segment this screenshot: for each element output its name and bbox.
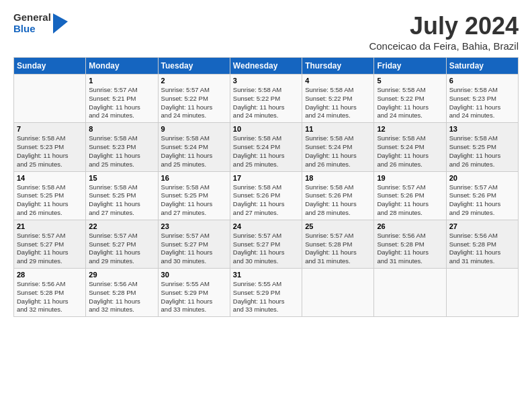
header-day: Saturday — [446, 58, 518, 75]
day-cell: 2Sunrise: 5:57 AM Sunset: 5:22 PM Daylig… — [158, 75, 230, 123]
week-row: 7Sunrise: 5:58 AM Sunset: 5:23 PM Daylig… — [14, 123, 519, 171]
day-number: 27 — [449, 222, 515, 230]
page: General Blue July 2024 Conceicao da Feir… — [0, 0, 532, 411]
title-block: July 2024 Conceicao da Feira, Bahia, Bra… — [369, 12, 519, 52]
day-info: Sunrise: 5:56 AM Sunset: 5:28 PM Dayligh… — [449, 232, 515, 266]
day-number: 11 — [305, 125, 371, 133]
day-number: 15 — [89, 174, 154, 182]
day-number: 6 — [449, 77, 515, 85]
calendar-table: SundayMondayTuesdayWednesdayThursdayFrid… — [13, 57, 519, 317]
header-day: Thursday — [302, 58, 374, 75]
day-number: 21 — [17, 222, 83, 230]
day-number: 4 — [305, 77, 371, 85]
day-info: Sunrise: 5:57 AM Sunset: 5:27 PM Dayligh… — [233, 232, 299, 266]
day-number: 12 — [377, 125, 443, 133]
day-cell: 24Sunrise: 5:57 AM Sunset: 5:27 PM Dayli… — [230, 220, 302, 268]
day-cell: 28Sunrise: 5:56 AM Sunset: 5:28 PM Dayli… — [14, 269, 86, 317]
day-info: Sunrise: 5:58 AM Sunset: 5:24 PM Dayligh… — [377, 134, 443, 169]
day-cell: 22Sunrise: 5:57 AM Sunset: 5:27 PM Dayli… — [86, 220, 158, 268]
header-day: Sunday — [14, 58, 86, 75]
day-number: 8 — [89, 125, 154, 133]
day-info: Sunrise: 5:57 AM Sunset: 5:26 PM Dayligh… — [377, 183, 443, 218]
day-number: 19 — [377, 174, 443, 182]
day-cell: 7Sunrise: 5:58 AM Sunset: 5:23 PM Daylig… — [14, 123, 86, 171]
day-cell: 30Sunrise: 5:55 AM Sunset: 5:29 PM Dayli… — [158, 269, 230, 317]
logo-blue: Blue — [13, 24, 51, 35]
day-cell — [446, 269, 518, 317]
day-cell: 12Sunrise: 5:58 AM Sunset: 5:24 PM Dayli… — [374, 123, 446, 171]
day-info: Sunrise: 5:58 AM Sunset: 5:25 PM Dayligh… — [89, 183, 154, 218]
day-cell: 16Sunrise: 5:58 AM Sunset: 5:25 PM Dayli… — [158, 171, 230, 220]
day-cell: 25Sunrise: 5:57 AM Sunset: 5:28 PM Dayli… — [302, 220, 374, 268]
logo: General Blue — [13, 12, 68, 34]
header-day: Friday — [374, 58, 446, 75]
day-cell: 19Sunrise: 5:57 AM Sunset: 5:26 PM Dayli… — [374, 171, 446, 220]
day-number: 28 — [17, 271, 83, 279]
day-info: Sunrise: 5:58 AM Sunset: 5:26 PM Dayligh… — [305, 183, 371, 218]
day-cell: 10Sunrise: 5:58 AM Sunset: 5:24 PM Dayli… — [230, 123, 302, 171]
svg-marker-0 — [53, 13, 68, 34]
day-info: Sunrise: 5:55 AM Sunset: 5:29 PM Dayligh… — [233, 280, 299, 314]
day-cell: 27Sunrise: 5:56 AM Sunset: 5:28 PM Dayli… — [446, 220, 518, 268]
day-info: Sunrise: 5:58 AM Sunset: 5:25 PM Dayligh… — [161, 183, 227, 218]
header-day: Monday — [86, 58, 158, 75]
day-number: 29 — [89, 271, 154, 279]
day-number: 13 — [449, 125, 515, 133]
subtitle: Conceicao da Feira, Bahia, Brazil — [369, 40, 519, 52]
logo-icon — [53, 13, 68, 34]
day-cell: 15Sunrise: 5:58 AM Sunset: 5:25 PM Dayli… — [86, 171, 158, 220]
day-number: 23 — [161, 222, 227, 230]
day-number: 2 — [161, 77, 227, 85]
day-cell: 29Sunrise: 5:56 AM Sunset: 5:28 PM Dayli… — [86, 269, 158, 317]
week-row: 1Sunrise: 5:57 AM Sunset: 5:21 PM Daylig… — [14, 75, 519, 123]
day-info: Sunrise: 5:57 AM Sunset: 5:22 PM Dayligh… — [161, 86, 227, 120]
day-number: 18 — [305, 174, 371, 182]
header-row: SundayMondayTuesdayWednesdayThursdayFrid… — [14, 58, 519, 75]
day-cell: 21Sunrise: 5:57 AM Sunset: 5:27 PM Dayli… — [14, 220, 86, 268]
day-number: 7 — [17, 125, 83, 133]
main-title: July 2024 — [369, 12, 519, 40]
day-number: 20 — [449, 174, 515, 182]
week-row: 21Sunrise: 5:57 AM Sunset: 5:27 PM Dayli… — [14, 220, 519, 268]
day-cell: 18Sunrise: 5:58 AM Sunset: 5:26 PM Dayli… — [302, 171, 374, 220]
day-number: 1 — [89, 77, 154, 85]
day-cell — [14, 75, 86, 123]
header-day: Tuesday — [158, 58, 230, 75]
day-number: 5 — [377, 77, 443, 85]
day-cell: 3Sunrise: 5:58 AM Sunset: 5:22 PM Daylig… — [230, 75, 302, 123]
day-info: Sunrise: 5:57 AM Sunset: 5:21 PM Dayligh… — [89, 86, 154, 120]
day-number: 24 — [233, 222, 299, 230]
day-cell: 23Sunrise: 5:57 AM Sunset: 5:27 PM Dayli… — [158, 220, 230, 268]
day-number: 30 — [161, 271, 227, 279]
day-number: 25 — [305, 222, 371, 230]
day-cell: 31Sunrise: 5:55 AM Sunset: 5:29 PM Dayli… — [230, 269, 302, 317]
day-number: 22 — [89, 222, 154, 230]
day-number: 16 — [161, 174, 227, 182]
day-info: Sunrise: 5:56 AM Sunset: 5:28 PM Dayligh… — [377, 232, 443, 266]
day-number: 9 — [161, 125, 227, 133]
day-cell: 1Sunrise: 5:57 AM Sunset: 5:21 PM Daylig… — [86, 75, 158, 123]
day-cell: 4Sunrise: 5:58 AM Sunset: 5:22 PM Daylig… — [302, 75, 374, 123]
day-info: Sunrise: 5:56 AM Sunset: 5:28 PM Dayligh… — [17, 280, 83, 314]
day-info: Sunrise: 5:57 AM Sunset: 5:28 PM Dayligh… — [305, 232, 371, 266]
day-cell: 5Sunrise: 5:58 AM Sunset: 5:22 PM Daylig… — [374, 75, 446, 123]
day-number: 3 — [233, 77, 299, 85]
header: General Blue July 2024 Conceicao da Feir… — [13, 12, 519, 52]
day-cell: 20Sunrise: 5:57 AM Sunset: 5:26 PM Dayli… — [446, 171, 518, 220]
day-info: Sunrise: 5:58 AM Sunset: 5:22 PM Dayligh… — [305, 86, 371, 120]
day-info: Sunrise: 5:58 AM Sunset: 5:25 PM Dayligh… — [17, 183, 83, 218]
day-cell — [374, 269, 446, 317]
week-row: 14Sunrise: 5:58 AM Sunset: 5:25 PM Dayli… — [14, 171, 519, 220]
day-info: Sunrise: 5:58 AM Sunset: 5:22 PM Dayligh… — [233, 86, 299, 120]
day-info: Sunrise: 5:58 AM Sunset: 5:23 PM Dayligh… — [17, 134, 83, 169]
week-row: 28Sunrise: 5:56 AM Sunset: 5:28 PM Dayli… — [14, 269, 519, 317]
day-info: Sunrise: 5:58 AM Sunset: 5:23 PM Dayligh… — [449, 86, 515, 120]
day-info: Sunrise: 5:58 AM Sunset: 5:26 PM Dayligh… — [233, 183, 299, 218]
day-info: Sunrise: 5:58 AM Sunset: 5:22 PM Dayligh… — [377, 86, 443, 120]
day-number: 14 — [17, 174, 83, 182]
day-cell: 11Sunrise: 5:58 AM Sunset: 5:24 PM Dayli… — [302, 123, 374, 171]
day-cell: 17Sunrise: 5:58 AM Sunset: 5:26 PM Dayli… — [230, 171, 302, 220]
day-info: Sunrise: 5:57 AM Sunset: 5:27 PM Dayligh… — [89, 232, 154, 266]
header-day: Wednesday — [230, 58, 302, 75]
day-info: Sunrise: 5:58 AM Sunset: 5:24 PM Dayligh… — [305, 134, 371, 169]
